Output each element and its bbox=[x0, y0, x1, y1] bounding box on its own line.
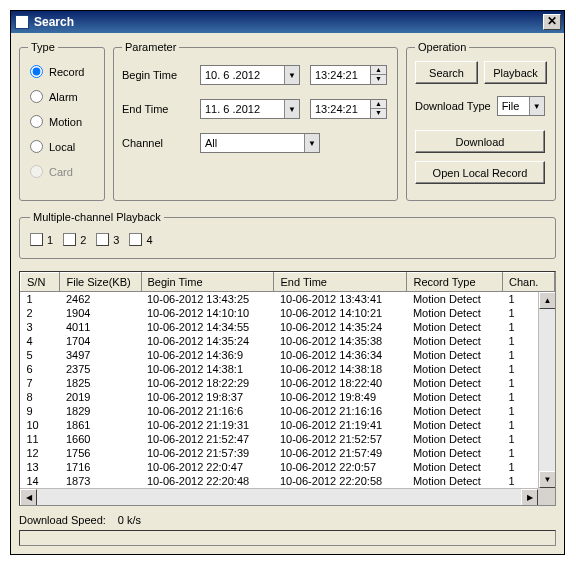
parameter-group: Parameter Begin Time 10. 6 .2012 ▼ 13:24… bbox=[113, 41, 398, 201]
download-type-select[interactable]: File ▼ bbox=[497, 96, 545, 116]
close-button[interactable]: ✕ bbox=[543, 14, 561, 30]
download-button[interactable]: Download bbox=[415, 130, 545, 153]
begin-time-label: Begin Time bbox=[122, 69, 190, 81]
type-option-record[interactable]: Record bbox=[30, 65, 96, 78]
spinner-down-icon[interactable]: ▼ bbox=[371, 109, 386, 118]
results-table[interactable]: S/NFile Size(KB)Begin TimeEnd TimeRecord… bbox=[20, 272, 555, 488]
table-cell: Motion Detect bbox=[407, 474, 503, 488]
type-radio[interactable] bbox=[30, 90, 43, 103]
table-row[interactable]: 12175610-06-2012 21:57:3910-06-2012 21:5… bbox=[21, 446, 555, 460]
table-row[interactable]: 1246210-06-2012 13:43:2510-06-2012 13:43… bbox=[21, 292, 555, 307]
mc-check-label: 2 bbox=[80, 234, 86, 246]
table-cell: 10-06-2012 21:16:6 bbox=[141, 404, 274, 418]
download-type-value: File bbox=[502, 100, 520, 112]
table-cell: Motion Detect bbox=[407, 390, 503, 404]
table-cell: 1861 bbox=[60, 418, 141, 432]
col-header[interactable]: File Size(KB) bbox=[60, 273, 141, 292]
results-table-wrap: S/NFile Size(KB)Begin TimeEnd TimeRecord… bbox=[19, 271, 556, 506]
table-row[interactable]: 10186110-06-2012 21:19:3110-06-2012 21:1… bbox=[21, 418, 555, 432]
col-header[interactable]: Record Type bbox=[407, 273, 503, 292]
spinner-down-icon[interactable]: ▼ bbox=[371, 75, 386, 84]
table-row[interactable]: 2190410-06-2012 14:10:1010-06-2012 14:10… bbox=[21, 306, 555, 320]
table-row[interactable]: 11166010-06-2012 21:52:4710-06-2012 21:5… bbox=[21, 432, 555, 446]
spinner-up-icon[interactable]: ▲ bbox=[371, 66, 386, 75]
table-row[interactable]: 6237510-06-2012 14:38:110-06-2012 14:38:… bbox=[21, 362, 555, 376]
col-header[interactable]: Begin Time bbox=[141, 273, 274, 292]
table-cell: 1660 bbox=[60, 432, 141, 446]
table-cell: 1716 bbox=[60, 460, 141, 474]
spinner-up-icon[interactable]: ▲ bbox=[371, 100, 386, 109]
progress-bar bbox=[19, 530, 556, 546]
table-cell: 7 bbox=[21, 376, 60, 390]
table-row[interactable]: 14187310-06-2012 22:20:4810-06-2012 22:2… bbox=[21, 474, 555, 488]
begin-date-value: 10. 6 .2012 bbox=[205, 69, 260, 81]
mc-check-4[interactable]: 4 bbox=[129, 233, 152, 246]
table-cell: Motion Detect bbox=[407, 432, 503, 446]
dropdown-icon[interactable]: ▼ bbox=[284, 66, 299, 84]
horizontal-scrollbar[interactable]: ◀ ▶ bbox=[20, 488, 538, 505]
table-row[interactable]: 8201910-06-2012 19:8:3710-06-2012 19:8:4… bbox=[21, 390, 555, 404]
checkbox-icon[interactable] bbox=[63, 233, 76, 246]
table-cell: 10-06-2012 14:36:9 bbox=[141, 348, 274, 362]
search-button[interactable]: Search bbox=[415, 61, 478, 84]
table-cell: 10-06-2012 21:19:41 bbox=[274, 418, 407, 432]
table-cell: 10-06-2012 14:10:10 bbox=[141, 306, 274, 320]
end-date-input[interactable]: 11. 6 .2012 ▼ bbox=[200, 99, 300, 119]
mc-check-label: 4 bbox=[146, 234, 152, 246]
checkbox-icon[interactable] bbox=[129, 233, 142, 246]
channel-select[interactable]: All ▼ bbox=[200, 133, 320, 153]
col-header[interactable]: End Time bbox=[274, 273, 407, 292]
type-label: Alarm bbox=[49, 91, 78, 103]
type-option-local[interactable]: Local bbox=[30, 140, 96, 153]
type-option-alarm[interactable]: Alarm bbox=[30, 90, 96, 103]
dropdown-icon[interactable]: ▼ bbox=[304, 134, 319, 152]
mc-check-1[interactable]: 1 bbox=[30, 233, 53, 246]
table-cell: Motion Detect bbox=[407, 362, 503, 376]
table-cell: 10-06-2012 21:52:47 bbox=[141, 432, 274, 446]
dropdown-icon[interactable]: ▼ bbox=[284, 100, 299, 118]
multi-channel-group: Multiple-channel Playback 1234 bbox=[19, 211, 556, 259]
begin-date-input[interactable]: 10. 6 .2012 ▼ bbox=[200, 65, 300, 85]
vertical-scrollbar[interactable]: ▲ ▼ bbox=[538, 292, 555, 488]
scroll-left-icon[interactable]: ◀ bbox=[20, 489, 37, 506]
table-row[interactable]: 9182910-06-2012 21:16:610-06-2012 21:16:… bbox=[21, 404, 555, 418]
table-row[interactable]: 5349710-06-2012 14:36:910-06-2012 14:36:… bbox=[21, 348, 555, 362]
table-cell: 12 bbox=[21, 446, 60, 460]
table-cell: Motion Detect bbox=[407, 460, 503, 474]
end-time-input[interactable]: 13:24:21 bbox=[310, 99, 370, 119]
type-radio[interactable] bbox=[30, 65, 43, 78]
table-cell: 1829 bbox=[60, 404, 141, 418]
parameter-legend: Parameter bbox=[122, 41, 179, 53]
playback-button[interactable]: Playback bbox=[484, 61, 547, 84]
end-time-spinner[interactable]: ▲ ▼ bbox=[370, 99, 387, 119]
table-row[interactable]: 4170410-06-2012 14:35:2410-06-2012 14:35… bbox=[21, 334, 555, 348]
type-radio[interactable] bbox=[30, 140, 43, 153]
checkbox-icon[interactable] bbox=[30, 233, 43, 246]
open-local-record-button[interactable]: Open Local Record bbox=[415, 161, 545, 184]
scroll-down-icon[interactable]: ▼ bbox=[539, 471, 556, 488]
table-row[interactable]: 13171610-06-2012 22:0:4710-06-2012 22:0:… bbox=[21, 460, 555, 474]
table-row[interactable]: 7182510-06-2012 18:22:2910-06-2012 18:22… bbox=[21, 376, 555, 390]
table-cell: 10-06-2012 22:0:57 bbox=[274, 460, 407, 474]
dropdown-icon[interactable]: ▼ bbox=[529, 97, 544, 115]
begin-time-spinner[interactable]: ▲ ▼ bbox=[370, 65, 387, 85]
type-label: Card bbox=[49, 166, 73, 178]
checkbox-icon[interactable] bbox=[96, 233, 109, 246]
download-type-label: Download Type bbox=[415, 100, 491, 112]
type-option-motion[interactable]: Motion bbox=[30, 115, 96, 128]
table-cell: 1704 bbox=[60, 334, 141, 348]
table-cell: Motion Detect bbox=[407, 320, 503, 334]
type-radio[interactable] bbox=[30, 115, 43, 128]
col-header[interactable]: S/N bbox=[21, 273, 60, 292]
table-row[interactable]: 3401110-06-2012 14:34:5510-06-2012 14:35… bbox=[21, 320, 555, 334]
titlebar[interactable]: Search ✕ bbox=[11, 11, 564, 33]
channel-value: All bbox=[205, 137, 217, 149]
type-legend: Type bbox=[28, 41, 58, 53]
scroll-up-icon[interactable]: ▲ bbox=[539, 292, 556, 309]
mc-check-3[interactable]: 3 bbox=[96, 233, 119, 246]
scroll-right-icon[interactable]: ▶ bbox=[521, 489, 538, 506]
mc-check-2[interactable]: 2 bbox=[63, 233, 86, 246]
begin-time-input[interactable]: 13:24:21 bbox=[310, 65, 370, 85]
table-cell: 10-06-2012 21:19:31 bbox=[141, 418, 274, 432]
col-header[interactable]: Chan. bbox=[503, 273, 555, 292]
